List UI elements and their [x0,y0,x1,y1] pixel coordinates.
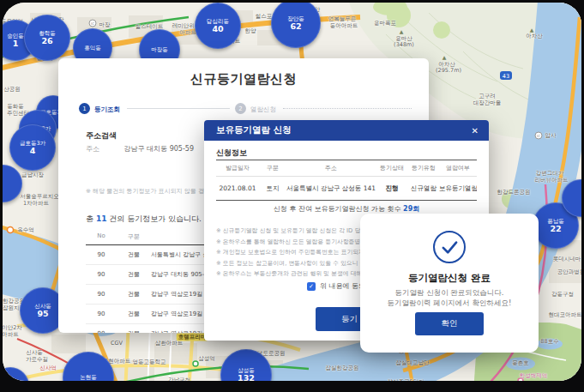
application-table-header: 발급일자구분주소등기상태등기유형열람여부 [216,160,477,177]
table-cell: 90 [86,311,117,317]
map-label: 영동고등학교 [133,359,166,365]
table-cell: 건물 [117,310,151,318]
column-header: 구분 [259,164,286,172]
map-label: 가로수길 [26,357,48,363]
column-header: 발급일자 [216,164,259,172]
map-label: 고구려 [479,93,496,100]
svg-text:IC: IC [537,134,540,138]
map-label: 한강드론공원 [497,190,531,196]
map-label: 강남구청 [168,377,190,382]
map-screen: 43 IC IC IC ▲▲▲ 동묘앞역서울풍 [3,3,581,381]
completion-line2: 등기열람이력 페이지에서 확인하세요! [388,299,512,307]
modal-title: 보유등기열람 신청 [216,124,472,136]
table-cell: 건물 [117,250,151,259]
svg-text:▲: ▲ [443,54,447,60]
stepper: 1 등기조회 2 열람신청 [58,103,429,115]
map-label: 아파트 [179,30,196,36]
marker-count: 26 [41,37,52,45]
table-cell: 2021.08.01 [216,184,259,192]
marker-count: 22 [550,225,561,233]
address-search-heading: 주소검색 [86,130,117,142]
map-label: 88호수 [540,339,558,345]
count-suffix: 건의 등기정보가 있습니다. [109,214,202,223]
column-header: 열람여부 [439,164,477,172]
step-1-label: 등기조회 [94,106,120,114]
map-label: 산공원 [3,87,21,93]
map-label: 대장간마을 [473,100,502,106]
remaining-text: 신청 후 잔여 보유등기열람신청 가능 횟수 [274,205,401,213]
marker-count: 40 [212,25,223,33]
completion-title: 등기열람신청 완료 [360,272,539,285]
column-header: No [86,232,117,241]
map-label: 삼성역 [198,356,215,362]
column-header: 등기유형 [408,164,439,172]
map-label: 삼환아파트 [155,341,184,347]
map-label: 잠실대교남단 [396,360,430,366]
map-label: 한성백제역 [520,373,548,379]
map-label: 아파트 [3,332,19,338]
marker-count: 95 [37,310,48,318]
application-info-label: 신청정보 [216,148,247,159]
map-cluster-marker[interactable]: 황학동26 [24,15,70,61]
marker-district: 마장동 [151,46,168,53]
agree-checkbox[interactable]: ✓ [307,282,316,291]
map-label: 용마폭포 [374,21,396,27]
map-world: 43 IC IC IC ▲▲▲ 동묘앞역서울풍 [3,3,581,381]
confirm-button[interactable]: 확인 [415,312,484,335]
map-label: (295.7m) [436,68,461,74]
step-1-dot[interactable]: 1 [79,103,90,114]
marker-count: 62 [290,22,301,31]
modal-header: 보유등기열람 신청 ✕ [204,120,489,141]
remaining-count-line: 신청 후 잔여 보유등기열람신청 가능 횟수 29회 [204,204,489,214]
step-2-dot[interactable]: 2 [235,103,246,114]
table-cell: 건물 [117,329,151,333]
svg-text:▲: ▲ [400,28,404,34]
map-label: 연복늘푸른 [328,16,357,22]
table-cell: 보유등기열람 [439,184,477,193]
table-cell: 건물 [117,290,151,299]
map-label: 옥수역 [17,227,34,233]
completion-message: 등기열람 신청이 완료되었습니다. 등기열람이력 페이지에서 확인하세요! [360,287,539,308]
application-table-row: 2021.08.01토지서울특별시 강남구 삼성동 141진행신규열람보유등기열… [216,177,477,201]
map-label: 마장 [99,22,111,28]
map-label: 동화동 [7,104,24,110]
svg-text:IC: IC [91,21,94,26]
marker-count: 4 [30,147,36,155]
map-label: 신사동 [26,350,43,356]
check-icon [435,231,464,263]
marker-count: 132 [238,374,255,381]
table-cell: 90 [86,251,117,258]
completion-modal: 등기열람신청 완료 등기열람 신청이 완료되었습니다. 등기열람이력 페이지에서… [360,214,539,353]
address-label: 주소 [86,145,99,153]
map-label: 금남시장 [21,172,44,178]
map-label: CGV [111,341,123,347]
map-label: 강동구청 [551,292,574,298]
map-cluster-marker[interactable]: 답십리동40 [195,3,241,49]
address-value[interactable]: 강남구 대치동 905-59 [124,145,194,153]
table-cell: 서울특별시 강남구 삼성동 141 [286,184,376,193]
map-label: 신사역 [39,365,57,371]
check-circle-icon [433,231,466,263]
table-cell: 90 [86,291,117,298]
table-cell: 신규열람 [408,184,439,193]
map-label: 리버뷰아파트 [535,178,569,184]
svg-text:43: 43 [503,73,509,80]
application-info-table: 발급일자구분주소등기상태등기유형열람여부 2021.08.01토지서울특별시 강… [216,160,477,201]
count-number: 11 [96,214,107,223]
count-prefix: 총 [86,214,93,223]
completion-line1: 등기열람 신청이 완료되었습니다. [394,288,503,297]
step-line-1 [127,108,230,109]
close-icon[interactable]: ✕ [472,126,479,136]
map-cluster-marker[interactable]: 금호동3가4 [9,124,56,171]
column-header: 구분 [117,232,151,241]
map-label: 아차산 [526,33,543,39]
column-header: 등기상태 [376,164,408,172]
column-header: 주소 [286,164,376,172]
map-label: 한양 [245,28,256,34]
app-window: 43 IC IC IC ▲▲▲ 동묘앞역서울풍 [0,0,584,392]
table-cell: 토지 [259,184,286,193]
map-label: 이안2차 [3,325,22,331]
map-label: 잠실주공5단지 [387,379,424,382]
map-label: 1차아파트 [23,201,49,207]
marker-district: 홍익동 [84,45,101,51]
